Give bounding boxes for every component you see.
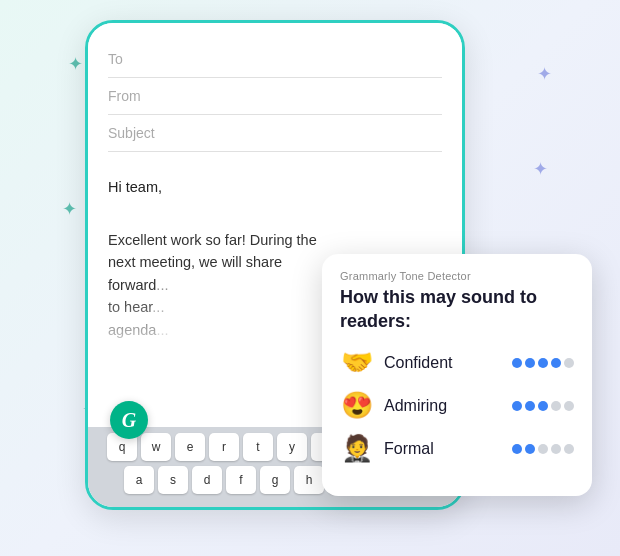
- dot-3: [538, 444, 548, 454]
- sparkle-5: ✦: [533, 160, 548, 178]
- dot-5: [564, 444, 574, 454]
- sparkle-2: ✦: [62, 200, 77, 218]
- dot-1: [512, 401, 522, 411]
- grammarly-button[interactable]: G: [110, 401, 148, 439]
- dot-2: [525, 401, 535, 411]
- email-salutation: Hi team,: [108, 176, 442, 198]
- subject-label: Subject: [108, 125, 163, 141]
- key-e[interactable]: e: [175, 433, 205, 461]
- key-w[interactable]: w: [141, 433, 171, 461]
- email-compose-area: To From Subject: [88, 23, 462, 162]
- tone-item-admiring: 😍 Admiring: [340, 390, 574, 421]
- formal-dots: [512, 444, 574, 454]
- sparkle-1: ✦: [68, 55, 83, 73]
- dot-2: [525, 444, 535, 454]
- dot-3: [538, 401, 548, 411]
- to-field[interactable]: To: [108, 41, 442, 78]
- dot-2: [525, 358, 535, 368]
- dot-5: [564, 358, 574, 368]
- tone-item-formal: 🤵 Formal: [340, 433, 574, 464]
- dot-1: [512, 444, 522, 454]
- admiring-dots: [512, 401, 574, 411]
- dot-5: [564, 401, 574, 411]
- to-label: To: [108, 51, 163, 67]
- key-t[interactable]: t: [243, 433, 273, 461]
- dot-1: [512, 358, 522, 368]
- dot-4: [551, 401, 561, 411]
- key-s[interactable]: s: [158, 466, 188, 494]
- key-h[interactable]: h: [294, 466, 324, 494]
- tone-detector-popup: Grammarly Tone Detector How this may sou…: [322, 254, 592, 496]
- key-f[interactable]: f: [226, 466, 256, 494]
- key-y[interactable]: y: [277, 433, 307, 461]
- dot-3: [538, 358, 548, 368]
- key-d[interactable]: d: [192, 466, 222, 494]
- grammarly-g-icon: G: [122, 409, 136, 432]
- sparkle-4: ✦: [537, 65, 552, 83]
- dot-4: [551, 358, 561, 368]
- tone-popup-title: Grammarly Tone Detector: [340, 270, 574, 282]
- dot-4: [551, 444, 561, 454]
- formal-emoji: 🤵: [340, 433, 374, 464]
- key-g[interactable]: g: [260, 466, 290, 494]
- confident-label: Confident: [384, 354, 502, 372]
- subject-field[interactable]: Subject: [108, 115, 442, 152]
- tone-popup-heading: How this may sound to readers:: [340, 286, 574, 333]
- key-r[interactable]: r: [209, 433, 239, 461]
- key-a[interactable]: a: [124, 466, 154, 494]
- confident-dots: [512, 358, 574, 368]
- from-label: From: [108, 88, 163, 104]
- confident-emoji: 🤝: [340, 347, 374, 378]
- from-field[interactable]: From: [108, 78, 442, 115]
- formal-label: Formal: [384, 440, 502, 458]
- admiring-emoji: 😍: [340, 390, 374, 421]
- tone-item-confident: 🤝 Confident: [340, 347, 574, 378]
- admiring-label: Admiring: [384, 397, 502, 415]
